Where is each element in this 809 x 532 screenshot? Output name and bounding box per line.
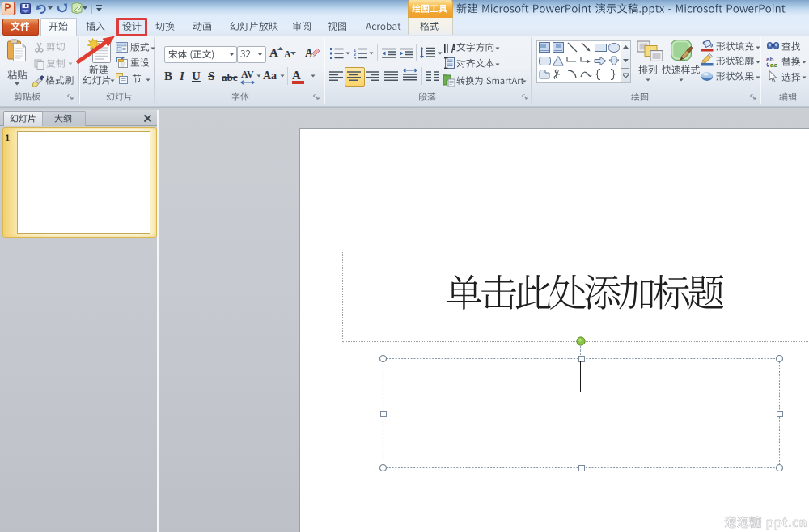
svg-text:3: 3 [354,56,356,59]
svg-text:ac: ac [770,61,777,68]
